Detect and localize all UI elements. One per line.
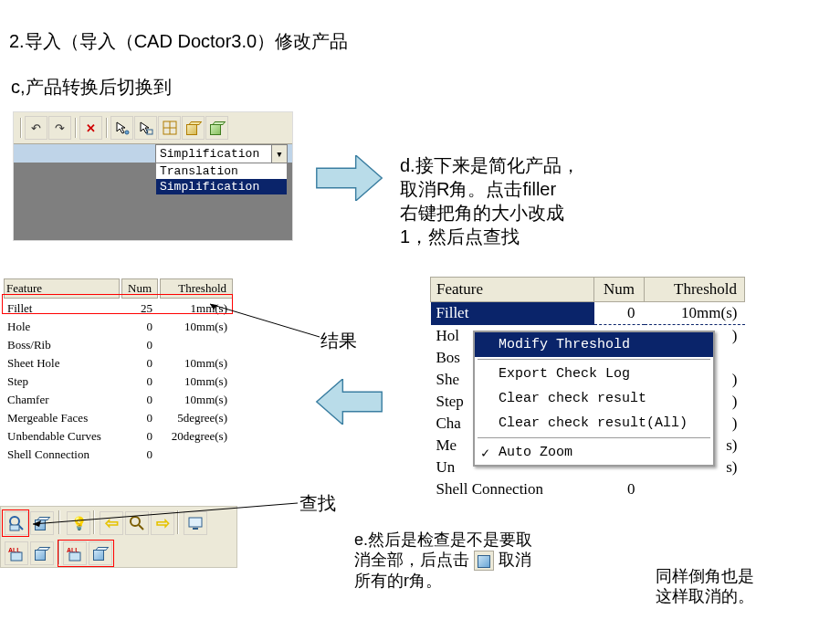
box-green-icon[interactable] [205,116,228,140]
separator-icon [20,118,22,138]
table-row[interactable]: Chamfer010mm(s) [4,392,233,408]
box-icon[interactable] [89,541,112,565]
box-icon[interactable] [30,541,54,565]
table-row[interactable]: Shell Connection0 [4,446,233,463]
screenshot-toolbar-dropdown: ↶ ↷ ✕ Simplification ▾ Translation Simpl… [14,112,292,240]
table-row[interactable]: Fillet251mm(s) [4,300,233,317]
note-chamfer-same: 同样倒角也是 这样取消的。 [656,566,754,606]
headline-2: c,产品转换后切换到 [11,75,172,100]
col-threshold: Threshold [160,278,233,299]
svg-line-11 [139,525,143,530]
arrow-left-icon [315,379,383,425]
pointer-dot-icon[interactable] [110,116,133,140]
col-num: Num [594,278,645,302]
separator-icon [478,437,710,438]
headline-1: 2.导入（导入（CAD Doctor3.0）修改产品 [9,29,348,54]
box-icon[interactable] [30,511,54,535]
col-threshold: Threshold [645,278,745,302]
box-yellow-icon[interactable] [182,116,205,140]
undo-icon[interactable]: ↶ [25,116,47,140]
svg-point-10 [131,517,140,526]
pointer-elem-icon[interactable] [134,116,157,140]
ctx-clear-check-result[interactable]: Clear check result [475,386,713,411]
search-label: 查找 [299,491,336,516]
table-row[interactable]: Step010mm(s) [4,373,233,390]
zoom-icon[interactable] [125,511,149,535]
svg-rect-17 [69,552,80,561]
dropdown-selected: Simplification [160,147,259,161]
delete-icon[interactable]: ✕ [79,116,102,140]
ctx-auto-zoom[interactable]: Auto Zoom [475,440,713,465]
dropdown-option-simplification[interactable]: Simplification [156,179,287,194]
svg-rect-15 [11,552,22,561]
instruction-e: e.然后是检查是不是要取 消全部，后点击 取消 所有的r角。 [354,530,532,591]
redo-icon[interactable]: ↷ [48,116,71,140]
col-feature: Feature [431,278,594,302]
dropdown-option-translation[interactable]: Translation [156,163,287,179]
chevron-down-icon[interactable]: ▾ [271,145,287,163]
table-row[interactable]: Hole010mm(s) [4,319,233,335]
grid-icon[interactable] [158,116,181,140]
mode-dropdown[interactable]: Simplification ▾ Translation Simplificat… [155,144,288,195]
separator-icon [478,359,710,360]
table-row[interactable]: Mergeable Faces05degree(s) [4,410,233,426]
svg-rect-12 [189,518,202,527]
separator-icon [75,118,77,138]
bulb-icon[interactable]: 💡 [67,511,90,535]
table-row-selected[interactable]: Fillet010mm(s) [431,302,745,325]
search-box-icon[interactable] [5,511,28,535]
all-box-icon[interactable]: ALL [63,541,87,565]
table-row[interactable]: Shell Connection0 [431,478,745,500]
arrow-left-icon[interactable]: ⇦ [100,511,123,535]
all-box-icon[interactable]: ALL [5,541,28,565]
arrow-right-icon [315,155,383,201]
svg-rect-9 [10,525,19,530]
context-menu: Modify Threshold Export Check Log Clear … [473,331,715,467]
col-num: Num [121,278,158,299]
screen-icon[interactable] [184,511,207,535]
feature-table-left: Feature Num Threshold Fillet251mm(s) Hol… [2,277,235,465]
table-row[interactable]: Unbendable Curves020degree(s) [4,428,233,445]
table-row[interactable]: Boss/Rib0 [4,337,233,353]
col-feature: Feature [4,278,120,299]
box-icon [474,551,494,571]
result-label: 结果 [320,329,357,353]
instruction-d: d.接下来是简化产品， 取消R角。点击filler 右键把角的大小改成 1，然后… [400,153,580,248]
separator-icon [106,118,108,138]
ctx-clear-check-result-all[interactable]: Clear check result(All) [475,411,713,436]
ctx-export-check-log[interactable]: Export Check Log [475,362,713,386]
ctx-modify-threshold[interactable]: Modify Threshold [475,332,713,357]
svg-rect-13 [193,528,198,530]
screenshot-bottom-toolbar: 💡 ⇦ ⇨ ALL ALL [0,506,237,568]
svg-point-0 [125,131,129,134]
table-row[interactable]: Sheet Hole010mm(s) [4,355,233,372]
arrow-right-icon[interactable]: ⇨ [151,511,174,535]
